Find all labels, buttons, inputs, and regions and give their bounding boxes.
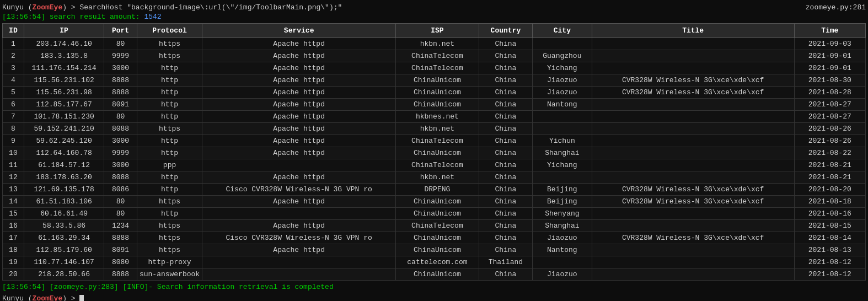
- cell-title: [592, 38, 794, 50]
- cell-city: [532, 123, 592, 135]
- cell-port: 9999: [104, 50, 137, 62]
- cell-protocol: ppp: [137, 159, 202, 171]
- cell-time: 2021-08-15: [794, 220, 866, 232]
- cell-time: 2021-08-27: [794, 111, 866, 123]
- cell-service: [202, 159, 396, 171]
- cell-ip: 121.69.135.178: [24, 184, 104, 196]
- cell-service: Apache httpd: [202, 62, 396, 74]
- cell-title: [592, 244, 794, 256]
- cell-isp: ChinaTelecom: [395, 135, 479, 147]
- cell-time: 2021-09-01: [794, 50, 866, 62]
- cell-isp: ChinaUnicom: [395, 99, 479, 111]
- table-row: 1161.184.57.123000pppChinaTelecomChinaYi…: [3, 159, 866, 171]
- prompt-cmd: ) > SearchHost "background-image\:url(\"…: [62, 3, 342, 12]
- cursor-prompt-zoomeye: ZoomEye: [33, 294, 63, 301]
- cell-id: 18: [3, 244, 24, 256]
- cell-service: Apache httpd: [202, 123, 396, 135]
- cell-id: 15: [3, 208, 24, 220]
- cell-ip: 183.3.135.8: [24, 50, 104, 62]
- cell-ip: 61.184.57.12: [24, 159, 104, 171]
- cell-country: Thailand: [479, 256, 532, 268]
- cell-id: 16: [3, 220, 24, 232]
- header-row: ID IP Port Protocol Service ISP Country …: [3, 24, 866, 38]
- cell-ip: 59.62.245.120: [24, 135, 104, 147]
- cell-city: Yichun: [532, 135, 592, 147]
- cell-protocol: https: [137, 244, 202, 256]
- info-prefix: [13:56:54] search result amount:: [2, 13, 144, 21]
- cell-isp: ChinaUnicom: [395, 74, 479, 87]
- cell-country: China: [479, 171, 532, 184]
- table-row: 10112.64.160.789999httpApache httpdChina…: [3, 147, 866, 159]
- cell-ip: 115.56.231.102: [24, 74, 104, 87]
- cell-ip: 112.85.177.67: [24, 99, 104, 111]
- cell-service: Apache httpd: [202, 38, 396, 50]
- cell-title: [592, 147, 794, 159]
- cursor-prompt-label: Kunyu (: [2, 294, 33, 301]
- cell-port: 8088: [104, 171, 137, 184]
- cell-isp: ChinaTelecom: [395, 62, 479, 74]
- cell-title: [592, 50, 794, 62]
- table-row: 2183.3.135.89999httpsApache httpdChinaTe…: [3, 50, 866, 62]
- cell-city: Shanghai: [532, 220, 592, 232]
- cell-id: 19: [3, 256, 24, 268]
- cell-id: 13: [3, 184, 24, 196]
- cell-protocol: https: [137, 123, 202, 135]
- terminal: Kunyu (ZoomEye) > SearchHost "background…: [0, 0, 868, 301]
- cursor-line: Kunyu (ZoomEye) >: [2, 292, 866, 301]
- cell-port: 3000: [104, 159, 137, 171]
- col-header-country: Country: [479, 24, 532, 38]
- cell-time: 2021-08-26: [794, 135, 866, 147]
- cell-country: China: [479, 147, 532, 159]
- cell-country: China: [479, 268, 532, 281]
- table-row: 1461.51.183.10680httpsApache httpdChinaU…: [3, 196, 866, 208]
- table-row: 959.62.245.1203000httpApache httpdChinaT…: [3, 135, 866, 147]
- cell-title: [592, 208, 794, 220]
- cell-title: [592, 135, 794, 147]
- cell-service: Apache httpd: [202, 87, 396, 99]
- cell-service: Apache httpd: [202, 147, 396, 159]
- cell-protocol: https: [137, 220, 202, 232]
- cell-country: China: [479, 232, 532, 244]
- cell-isp: ChinaTelecom: [395, 159, 479, 171]
- cell-city: Jiaozuo: [532, 87, 592, 99]
- cell-ip: 218.28.50.66: [24, 268, 104, 281]
- cell-id: 4: [3, 74, 24, 87]
- results-table: ID IP Port Protocol Service ISP Country …: [2, 23, 866, 281]
- cell-service: [202, 268, 396, 281]
- cell-isp: ChinaUnicom: [395, 268, 479, 281]
- cell-port: 8080: [104, 256, 137, 268]
- cell-title: [592, 123, 794, 135]
- cell-isp: ChinaTelecom: [395, 50, 479, 62]
- table-row: 20218.28.50.668888sun-answerbookChinaUni…: [3, 268, 866, 281]
- cell-time: 2021-08-18: [794, 196, 866, 208]
- cell-protocol: https: [137, 232, 202, 244]
- cell-service: Apache httpd: [202, 50, 396, 62]
- cell-protocol: http: [137, 147, 202, 159]
- prompt-line: Kunyu (ZoomEye) > SearchHost "background…: [2, 3, 342, 12]
- cell-id: 8: [3, 123, 24, 135]
- cell-city: Beijing: [532, 196, 592, 208]
- cell-title: [592, 268, 794, 281]
- cell-time: 2021-08-12: [794, 268, 866, 281]
- cell-service: Apache httpd: [202, 244, 396, 256]
- cell-country: China: [479, 244, 532, 256]
- cell-ip: 115.56.231.98: [24, 87, 104, 99]
- cell-country: China: [479, 87, 532, 99]
- cell-id: 10: [3, 147, 24, 159]
- cell-service: [202, 208, 396, 220]
- table-row: 1658.33.5.861234httpsApache httpdChinaTe…: [3, 220, 866, 232]
- cell-protocol: https: [137, 50, 202, 62]
- cell-service: Apache httpd: [202, 74, 396, 87]
- cell-protocol: http: [137, 87, 202, 99]
- cell-protocol: http: [137, 184, 202, 196]
- cell-id: 3: [3, 62, 24, 74]
- cell-country: China: [479, 62, 532, 74]
- cell-title: [592, 256, 794, 268]
- table-row: 859.152.241.2108088httpsApache httpdhkbn…: [3, 123, 866, 135]
- cell-ip: 111.176.154.214: [24, 62, 104, 74]
- col-header-city: City: [532, 24, 592, 38]
- cell-country: China: [479, 123, 532, 135]
- cell-service: Apache httpd: [202, 220, 396, 232]
- cell-isp: ChinaUnicom: [395, 232, 479, 244]
- cell-protocol: http: [137, 208, 202, 220]
